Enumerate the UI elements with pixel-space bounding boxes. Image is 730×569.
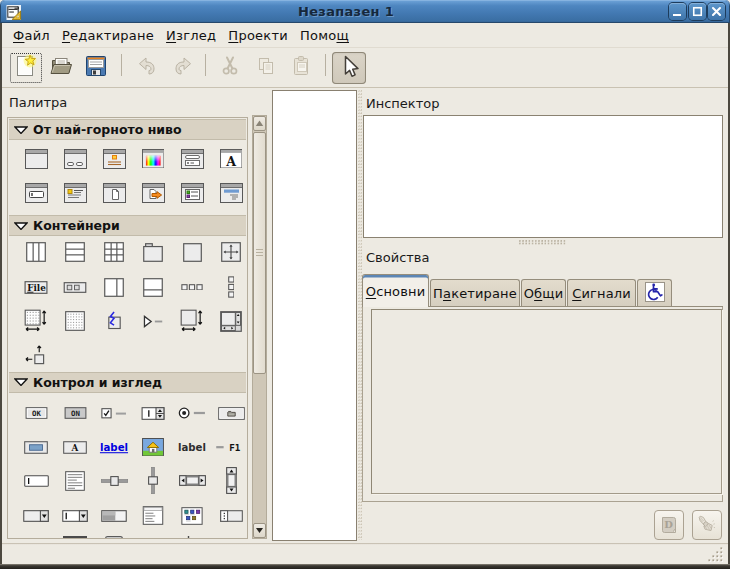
new-button[interactable]	[9, 52, 43, 84]
menu-редактиране[interactable]: Редактиране	[56, 25, 160, 46]
palette-item-entry[interactable]	[17, 464, 56, 498]
palette-item-image[interactable]	[134, 430, 173, 464]
tab-accessibility[interactable]	[637, 279, 672, 307]
scroll-down-button[interactable]	[253, 523, 266, 538]
palette-item-fixed[interactable]	[212, 235, 249, 269]
palette-item-spin-button[interactable]	[134, 396, 173, 430]
cut-scissors-icon	[218, 54, 242, 82]
scrolled-window-icon	[24, 309, 48, 333]
palette-item-accel-label[interactable]: F1	[212, 430, 249, 464]
palette-item-combo-box-entry[interactable]	[56, 499, 95, 533]
horizontal-pane-handle[interactable]	[519, 240, 566, 245]
palette-item-table[interactable]	[95, 235, 134, 269]
palette-item-radio-button[interactable]	[173, 396, 212, 430]
palette-item-file-chooser-dialog[interactable]	[95, 176, 134, 210]
palette-item-vbox[interactable]	[56, 235, 95, 269]
hbuttonbox-icon	[181, 284, 203, 291]
svg-text:A: A	[71, 443, 79, 453]
svg-text:A: A	[225, 153, 236, 168]
palette-item-hbox[interactable]	[17, 235, 56, 269]
titlebar[interactable]: Незапазен 1	[0, 0, 730, 23]
minimize-button[interactable]	[669, 3, 686, 20]
palette-item-toolbar[interactable]	[56, 270, 95, 304]
palette-item-vbuttonbox[interactable]	[212, 270, 249, 304]
palette-item-statusbar[interactable]	[95, 536, 134, 539]
palette-item-font-button[interactable]: A	[56, 430, 95, 464]
palette-item-link-button[interactable]: label	[95, 430, 134, 464]
palette-item-dialog[interactable]	[56, 142, 95, 176]
palette-item-button[interactable]: OK	[17, 396, 56, 430]
palette-section-1[interactable]: От най-горното ниво	[9, 119, 246, 140]
menubar-icon: File	[24, 281, 48, 294]
inspector-tree[interactable]	[363, 115, 723, 238]
palette-item-viewport[interactable]	[56, 304, 95, 338]
palette-item-message-dialog[interactable]	[95, 142, 134, 176]
tab-пакетиране[interactable]: Пакетиране	[430, 279, 520, 307]
palette-item-window[interactable]	[17, 142, 56, 176]
toolbar-separator	[325, 54, 326, 76]
notebook-icon	[143, 243, 163, 262]
palette-item-label[interactable]: label	[173, 430, 212, 464]
selector-button[interactable]	[332, 52, 366, 84]
menu-помощ[interactable]: Помощ	[294, 25, 355, 46]
scroll-up-button[interactable]	[253, 116, 266, 131]
scrollbar-thumb[interactable]	[253, 132, 266, 374]
palette-item-hseparator[interactable]	[56, 536, 95, 539]
palette-section-3[interactable]: Контрол и изглед	[9, 372, 246, 393]
palette-item-check-button[interactable]	[95, 396, 134, 430]
palette-item-hpaned[interactable]	[95, 270, 134, 304]
palette-item-recent-chooser-dialog[interactable]	[173, 176, 212, 210]
palette: От най-горното ниво	[7, 117, 248, 539]
palette-item-text-view[interactable]	[56, 464, 95, 498]
palette-item-file-selection[interactable]	[173, 142, 212, 176]
maximize-button[interactable]	[689, 3, 706, 20]
palette-item-frame[interactable]	[173, 235, 212, 269]
palette-item-progress-bar[interactable]	[95, 499, 134, 533]
tab-сигнали[interactable]: Сигнали	[567, 279, 636, 307]
palette-item-vpaned[interactable]	[134, 270, 173, 304]
palette-item-expander[interactable]	[134, 304, 173, 338]
palette-item-file-chooser-save[interactable]	[134, 176, 173, 210]
tab-основни[interactable]: Основни	[362, 274, 429, 307]
palette-item-hscrollbar[interactable]	[173, 464, 212, 498]
menu-файл[interactable]: Файл	[7, 25, 56, 46]
menu-изглед[interactable]: Изглед	[160, 25, 222, 46]
palette-item-toggle-button[interactable]: ON	[56, 396, 95, 430]
file-chooser-dialog-icon	[103, 183, 126, 203]
palette-item-vseparator[interactable]	[169, 536, 208, 539]
vbox-icon	[65, 242, 85, 262]
menu-проекти[interactable]: Проекти	[222, 25, 294, 46]
palette-item-menubar[interactable]: File	[17, 270, 56, 304]
palette-scrollbar[interactable]	[252, 115, 267, 539]
palette-item-vscale[interactable]	[134, 464, 173, 498]
palette-item-color-selection-dialog[interactable]	[134, 142, 173, 176]
open-button[interactable]	[44, 52, 78, 84]
palette-item-icon-view[interactable]	[173, 499, 212, 533]
palette-item-scrolled-window[interactable]	[17, 304, 56, 338]
palette-item-color-button[interactable]	[17, 430, 56, 464]
palette-item-input-dialog[interactable]	[17, 176, 56, 210]
palette-item-cell-view[interactable]	[212, 499, 249, 533]
palette-item-vscrollbar[interactable]	[212, 464, 249, 498]
palette-item-notebook[interactable]	[134, 235, 173, 269]
palette-item-font-selection-dialog[interactable]: A	[212, 142, 249, 176]
palette-item-hbuttonbox[interactable]	[173, 270, 212, 304]
palette-item-hscale[interactable]	[95, 464, 134, 498]
palette-item-handle-box[interactable]	[95, 304, 134, 338]
design-canvas[interactable]	[272, 90, 357, 541]
tab-общи[interactable]: Общи	[521, 279, 566, 307]
palette-item-aspect-frame[interactable]	[173, 304, 212, 338]
palette-item-tree-view[interactable]	[134, 499, 173, 533]
palette-item-about-dialog[interactable]	[56, 176, 95, 210]
resize-grip[interactable]	[707, 546, 725, 564]
palette-item-assistant[interactable]	[212, 176, 249, 210]
close-button[interactable]	[708, 3, 725, 20]
palette-item-combo-box[interactable]	[17, 499, 56, 533]
inspector-title: Инспектор	[366, 96, 440, 111]
devhelp-book-icon: D	[658, 514, 680, 536]
palette-item-layout[interactable]	[212, 304, 249, 338]
palette-section-2[interactable]: Контейнери	[9, 215, 246, 236]
palette-item-alignment[interactable]	[17, 339, 56, 373]
save-button[interactable]	[79, 52, 113, 84]
palette-item-file-chooser-button[interactable]	[212, 396, 249, 430]
